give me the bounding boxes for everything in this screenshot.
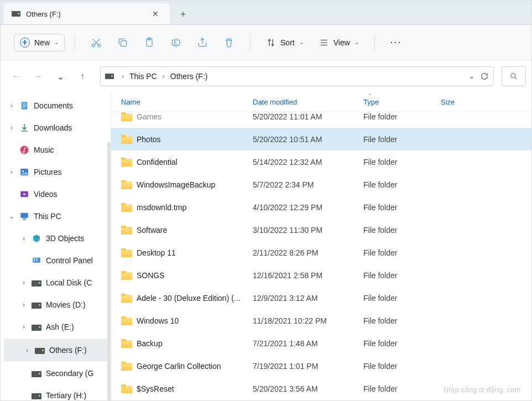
file-row[interactable]: Games5/20/2022 11:01 AMFile folder	[111, 105, 531, 128]
folder-icon	[121, 316, 132, 325]
breadcrumb-current[interactable]: Others (F:)	[168, 70, 210, 83]
copy-button[interactable]	[112, 32, 134, 54]
sidebar-scrollbar[interactable]	[107, 142, 111, 401]
tree-item-label: Pictures	[34, 168, 62, 176]
expand-icon[interactable]: ›	[20, 279, 27, 287]
refresh-button[interactable]	[480, 72, 489, 81]
file-type: File folder	[363, 294, 441, 303]
breadcrumb-this-pc[interactable]: This PC	[127, 70, 159, 83]
file-type: File folder	[363, 271, 441, 280]
file-row[interactable]: Backup7/21/2021 1:48 AMFile folder	[111, 332, 531, 355]
drive-icon	[32, 278, 41, 288]
tree-item-ash-e-[interactable]: ›Ash (E:)	[1, 316, 111, 338]
file-row[interactable]: Confidential5/14/2022 12:32 AMFile folde…	[111, 150, 531, 173]
file-type: File folder	[363, 339, 441, 348]
file-row[interactable]: Software3/10/2022 11:30 PMFile folder	[111, 218, 531, 241]
view-button[interactable]: View ⌄	[314, 34, 364, 51]
file-date: 4/10/2022 12:29 PM	[253, 203, 363, 212]
file-row[interactable]: Desktop 112/11/2022 8:26 PMFile folder	[111, 241, 531, 264]
up-button[interactable]: ↑	[72, 66, 92, 86]
tree-item-others-f-[interactable]: ›Others (F:)	[4, 339, 107, 361]
tree-item-documents[interactable]: ›Documents	[1, 95, 111, 117]
drive-icon	[32, 368, 41, 378]
tree-item-tertiary-h-[interactable]: Tertiary (H:)	[1, 384, 111, 401]
tree-item-downloads[interactable]: ›Downloads	[1, 117, 111, 139]
file-name: Desktop 11	[137, 248, 176, 257]
file-name: George Carlin Collection	[137, 362, 221, 371]
svg-rect-9	[23, 103, 26, 104]
drive-icon	[32, 390, 41, 400]
tree-item-secondary-g[interactable]: Secondary (G	[1, 362, 111, 384]
delete-button[interactable]	[218, 32, 240, 54]
tree-item-label: Tertiary (H:)	[46, 391, 86, 400]
chevron-right-icon: ›	[159, 72, 168, 80]
file-row[interactable]: Adele - 30 (Deluxe Edition) (...12/9/202…	[111, 287, 531, 309]
tree-item-pictures[interactable]: ›Pictures	[1, 161, 111, 183]
share-button[interactable]	[191, 32, 213, 54]
sort-button[interactable]: Sort ⌄	[260, 34, 309, 51]
folder-icon	[121, 135, 132, 144]
tree-item-3d-objects[interactable]: ›3D Objects	[1, 227, 111, 249]
3d-icon	[32, 233, 41, 243]
watermark: Nhịp sống di động .com	[444, 386, 520, 394]
close-tab-button[interactable]: ✕	[149, 7, 162, 20]
paste-button[interactable]	[138, 32, 160, 54]
tree-item-label: Videos	[34, 190, 58, 199]
new-tab-button[interactable]: +	[173, 4, 193, 24]
expand-icon[interactable]: ›	[8, 168, 15, 176]
tree-item-this-pc[interactable]: ⌄This PC	[1, 205, 111, 227]
sort-label: Sort	[280, 38, 295, 47]
file-row[interactable]: Windows 1011/18/2021 10:22 PMFile folder	[111, 309, 531, 332]
search-box[interactable]	[502, 66, 526, 86]
expand-icon[interactable]: ›	[20, 323, 27, 331]
file-date: 5/20/2022 10:51 AM	[253, 135, 363, 144]
folder-icon	[121, 112, 132, 121]
address-bar[interactable]: › This PC › Others (F:) ⌄	[100, 66, 494, 86]
expand-icon[interactable]: ›	[20, 301, 27, 309]
file-row[interactable]: Photos5/20/2022 10:51 AMFile folder	[111, 128, 531, 150]
svg-rect-2	[121, 40, 127, 46]
tree-item-control-panel[interactable]: Control Panel	[1, 249, 111, 272]
search-icon	[509, 72, 518, 81]
tree-item-label: 3D Objects	[46, 234, 84, 243]
tree-item-movies-d-[interactable]: ›Movies (D:)	[1, 294, 111, 316]
tree-item-label: Ash (E:)	[46, 322, 74, 331]
more-button[interactable]: ···	[385, 37, 407, 48]
tree-item-videos[interactable]: Videos	[1, 183, 111, 205]
file-row[interactable]: msdownld.tmp4/10/2022 12:29 PMFile folde…	[111, 196, 531, 218]
svg-point-7	[511, 74, 515, 78]
file-row[interactable]: SONGS12/16/2021 2:58 PMFile folder	[111, 264, 531, 287]
folder-icon	[121, 362, 132, 371]
file-name: Windows 10	[137, 316, 179, 325]
expand-icon[interactable]: ⌄	[8, 212, 15, 220]
svg-point-14	[22, 170, 24, 172]
file-date: 12/9/2021 3:12 AM	[253, 294, 363, 303]
recent-button[interactable]: ⌄	[50, 66, 70, 86]
file-date: 3/10/2022 11:30 PM	[253, 226, 363, 235]
file-date: 5/14/2022 12:32 AM	[253, 158, 363, 166]
address-dropdown[interactable]: ⌄	[469, 72, 474, 80]
expand-icon[interactable]: ›	[8, 124, 15, 132]
back-button[interactable]: ←	[6, 66, 26, 86]
expand-icon[interactable]: ›	[8, 102, 15, 110]
file-date: 7/19/2021 1:01 PM	[253, 362, 363, 371]
tree-item-music[interactable]: Music	[1, 139, 111, 161]
file-name: Photos	[137, 135, 161, 144]
expand-icon[interactable]: ›	[20, 235, 27, 242]
file-row[interactable]: WindowsImageBackup5/7/2022 2:34 PMFile f…	[111, 173, 531, 196]
tree-item-local-disk-c[interactable]: ›Local Disk (C	[1, 272, 111, 294]
file-row[interactable]: George Carlin Collection7/19/2021 1:01 P…	[111, 355, 531, 377]
separator	[374, 35, 375, 50]
file-type: File folder	[363, 158, 441, 166]
file-name: SONGS	[137, 271, 165, 280]
expand-icon[interactable]: ›	[24, 346, 30, 354]
folder-icon	[121, 226, 132, 235]
cut-button[interactable]	[85, 32, 107, 54]
browser-tab[interactable]: Others (F:) ✕	[4, 3, 170, 24]
forward-button[interactable]: →	[28, 66, 48, 86]
rename-button[interactable]: A	[165, 32, 187, 54]
tree-item-label: Secondary (G	[46, 369, 93, 378]
new-button[interactable]: New ⌄	[14, 34, 65, 51]
sort-icon	[266, 38, 276, 48]
file-type: File folder	[363, 316, 441, 325]
